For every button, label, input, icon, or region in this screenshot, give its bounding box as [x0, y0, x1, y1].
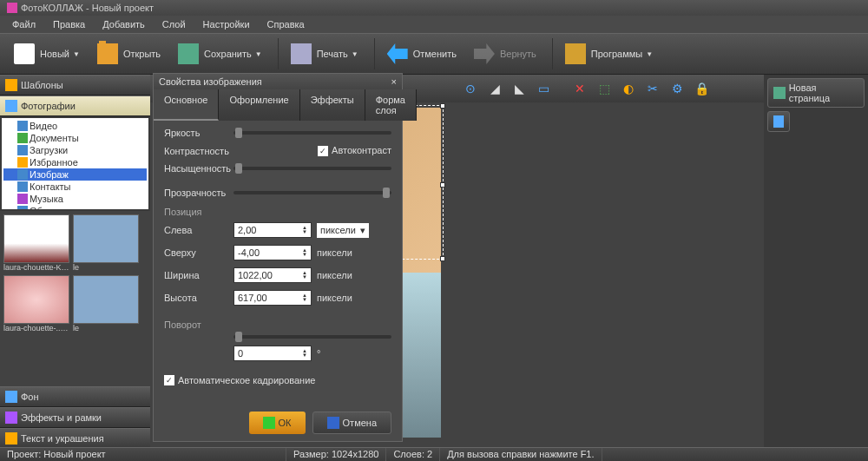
resize-handle-e[interactable] — [440, 182, 445, 188]
tree-item[interactable]: Избранное — [3, 156, 147, 168]
menu-help[interactable]: Справка — [259, 17, 313, 31]
undo-label: Отменить — [413, 49, 457, 59]
cut-button[interactable]: ✂ — [641, 77, 664, 100]
tree-item[interactable]: Видео — [3, 120, 147, 132]
dialog-title-bar[interactable]: Свойства изображения × — [154, 74, 402, 89]
ok-button[interactable]: ОК — [249, 412, 306, 434]
flip-v-button[interactable]: ◣ — [508, 77, 530, 100]
rotation-slider[interactable] — [233, 335, 391, 339]
transparency-slider[interactable] — [233, 191, 391, 194]
programs-button[interactable]: Программы▼ — [558, 40, 660, 68]
width-input[interactable]: 1022,00▲▼ — [233, 267, 312, 283]
title-bar: ФотоКОЛЛАЖ - Новый проект — [0, 0, 868, 16]
menu-settings[interactable]: Настройки — [194, 17, 259, 31]
text-panel-header[interactable]: Текст и украшения — [0, 428, 150, 449]
cancel-button[interactable]: Отмена — [312, 412, 391, 434]
dialog-tabs: Основное Оформление Эффекты Форма слоя — [154, 89, 402, 121]
contrast-label: Контрастность — [164, 146, 233, 156]
background-panel-header[interactable]: Фон — [0, 386, 150, 407]
tree-item[interactable]: Контакты — [3, 181, 147, 193]
top-input[interactable]: -4,00▲▼ — [233, 245, 312, 260]
separator — [552, 38, 553, 69]
effects-panel-header[interactable]: Эффекты и рамки — [0, 407, 150, 428]
spinner-arrows[interactable]: ▲▼ — [302, 293, 307, 302]
new-button[interactable]: Новый▼ — [7, 40, 87, 68]
flip-h-button[interactable]: ◢ — [483, 77, 506, 100]
autocontrast-checkbox[interactable]: ✓ — [318, 146, 328, 156]
unit-label: пиксели — [317, 247, 369, 258]
photos-label: Фотографии — [21, 101, 76, 111]
new-icon — [14, 43, 35, 64]
spinner-arrows[interactable]: ▲▼ — [302, 349, 307, 358]
lock-button[interactable]: 🔒 — [690, 77, 713, 100]
thumbnail[interactable]: le — [73, 214, 139, 272]
autocontrast-label: Автоконтраст — [332, 145, 391, 155]
landscape-button[interactable]: ▭ — [532, 77, 555, 100]
tab-effects[interactable]: Эффекты — [300, 89, 365, 121]
effects-icon — [5, 412, 17, 424]
folder-icon — [17, 181, 28, 192]
separator — [374, 38, 375, 69]
brightness-slider[interactable] — [233, 131, 391, 135]
chevron-down-icon: ▾ — [360, 225, 365, 236]
resize-handle-ne[interactable] — [440, 103, 445, 109]
open-button[interactable]: Открыть — [90, 40, 168, 68]
background-label: Фон — [21, 392, 39, 402]
save-button[interactable]: Сохранить▼ — [171, 40, 269, 68]
folder-tree[interactable]: Видео Документы Загрузки Избранное Изобр… — [2, 118, 148, 209]
rotation-input[interactable]: 0▲▼ — [233, 346, 312, 361]
check-icon — [263, 417, 275, 429]
saturation-slider[interactable] — [233, 167, 391, 170]
tree-item[interactable]: Документы — [3, 132, 147, 144]
resize-handle-se[interactable] — [440, 256, 445, 261]
zoom-button[interactable]: ⊙ — [459, 77, 482, 100]
top-label: Сверху — [164, 247, 233, 258]
tab-style[interactable]: Оформление — [219, 89, 299, 121]
redo-label: Вернуть — [500, 49, 536, 59]
spinner-arrows[interactable]: ▲▼ — [302, 271, 307, 280]
delete-button[interactable]: ✕ — [569, 77, 591, 100]
redo-icon — [474, 43, 495, 64]
tab-main[interactable]: Основное — [154, 89, 219, 121]
print-label: Печать — [317, 49, 348, 59]
music-icon — [17, 194, 28, 204]
redo-button[interactable]: Вернуть — [467, 40, 543, 68]
spinner-arrows[interactable]: ▲▼ — [302, 248, 307, 257]
background-icon — [5, 391, 17, 403]
menu-add[interactable]: Добавить — [94, 17, 154, 31]
autocrop-label: Автоматическое кадрирование — [178, 375, 315, 385]
page-thumb-button[interactable] — [767, 111, 790, 132]
thumbnail[interactable]: laura-chouette-... K... — [3, 275, 69, 333]
tree-item[interactable]: Загрузки — [3, 144, 147, 156]
thumbnail[interactable]: laura-chouette-KA... — [3, 214, 69, 272]
thumbnail[interactable]: le — [73, 275, 139, 333]
autocrop-checkbox[interactable]: ✓ — [164, 375, 174, 385]
close-icon[interactable]: × — [391, 76, 397, 87]
menu-file[interactable]: Файл — [3, 17, 44, 31]
templates-panel-header[interactable]: Шаблоны — [0, 75, 150, 95]
tree-item-selected[interactable]: Изображ — [3, 168, 147, 181]
print-button[interactable]: Печать▼ — [284, 40, 365, 68]
menu-bar: Файл Правка Добавить Слой Настройки Спра… — [0, 16, 868, 33]
new-page-button[interactable]: Новая страница — [767, 78, 865, 108]
page-icon — [773, 115, 784, 128]
settings-button[interactable]: ⚙ — [666, 77, 688, 100]
tree-item[interactable]: Музыка — [3, 193, 147, 205]
photos-panel-header[interactable]: Фотографии — [0, 95, 150, 116]
tab-shape[interactable]: Форма слоя — [365, 89, 417, 121]
spinner-arrows[interactable]: ▲▼ — [302, 226, 307, 234]
dialog-title: Свойства изображения — [159, 76, 262, 87]
unit-select[interactable]: пиксели▾ — [317, 223, 369, 238]
star-icon — [5, 79, 17, 91]
left-input[interactable]: 2,00▲▼ — [233, 222, 312, 238]
programs-icon — [565, 43, 586, 64]
height-input[interactable]: 617,00▲▼ — [233, 290, 312, 306]
tree-item[interactable]: Объемные — [3, 205, 147, 209]
undo-button[interactable]: Отменить — [380, 40, 464, 68]
brightness-label: Яркость — [164, 128, 233, 138]
crop-button[interactable]: ⬚ — [593, 77, 615, 100]
menu-edit[interactable]: Правка — [44, 17, 94, 31]
color-button[interactable]: ◐ — [617, 77, 640, 100]
menu-layer[interactable]: Слой — [154, 17, 194, 31]
width-label: Ширина — [164, 270, 233, 280]
